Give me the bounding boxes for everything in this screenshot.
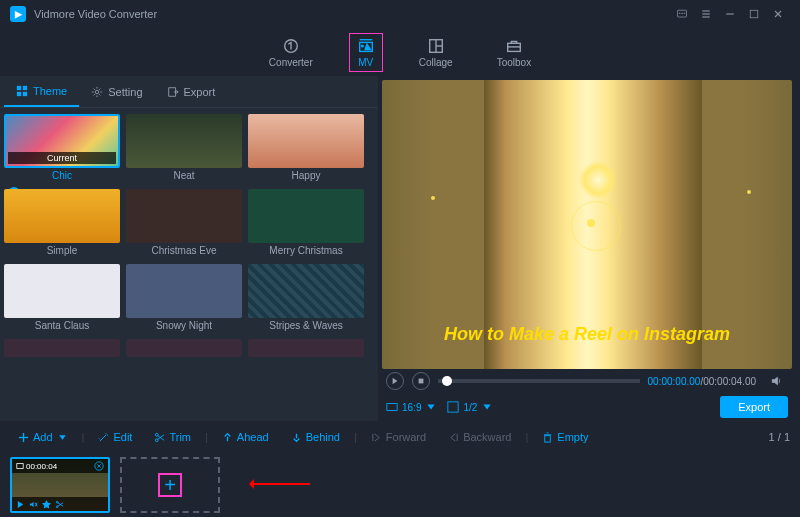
theme-label: Christmas Eve <box>126 243 242 260</box>
aspect-ratio-value: 16:9 <box>402 402 421 413</box>
trim-label: Trim <box>169 431 191 443</box>
nav-mv-label: MV <box>358 57 373 68</box>
theme-label: Stripes & Waves <box>248 318 364 335</box>
plus-icon <box>18 432 29 443</box>
scale-value: 1/2 <box>463 402 477 413</box>
theme-santa-claus[interactable]: Santa Claus <box>4 264 120 335</box>
svg-rect-26 <box>387 404 397 411</box>
ahead-label: Ahead <box>237 431 269 443</box>
timecode: 00:00:00.00/00:00:04.00 <box>648 376 756 387</box>
edit-button[interactable]: Edit <box>90 427 140 447</box>
theme-icon <box>16 85 28 97</box>
plus-icon: + <box>158 473 182 497</box>
tab-export[interactable]: Export <box>155 76 228 107</box>
theme-partial[interactable] <box>4 339 120 357</box>
theme-label: Chic <box>52 170 72 181</box>
empty-button[interactable]: Empty <box>534 427 596 447</box>
export-icon <box>167 86 179 98</box>
theme-christmas-eve[interactable]: Christmas Eve <box>126 189 242 260</box>
nav-mv[interactable]: MV <box>349 33 383 72</box>
minimize-icon[interactable] <box>718 2 742 26</box>
svg-point-2 <box>682 13 683 14</box>
svg-rect-27 <box>448 402 458 412</box>
tab-setting-label: Setting <box>108 86 142 98</box>
film-icon <box>16 462 24 470</box>
theme-label: Neat <box>126 168 242 185</box>
tab-theme-label: Theme <box>33 85 67 97</box>
annotation-arrow <box>250 483 310 485</box>
page-count: 1 / 1 <box>769 431 790 443</box>
tab-export-label: Export <box>184 86 216 98</box>
current-tag: Current <box>8 152 116 164</box>
progress-bar[interactable] <box>438 379 640 383</box>
svg-point-14 <box>361 45 363 47</box>
nav-converter-label: Converter <box>269 57 313 68</box>
close-icon[interactable] <box>766 2 790 26</box>
backward-icon <box>448 432 459 443</box>
tab-setting[interactable]: Setting <box>79 76 154 107</box>
forward-button[interactable]: Forward <box>363 427 434 447</box>
converter-icon <box>282 37 300 55</box>
play-icon[interactable] <box>16 500 25 509</box>
behind-label: Behind <box>306 431 340 443</box>
chevron-down-icon <box>57 432 68 443</box>
add-button[interactable]: Add <box>10 427 76 447</box>
tab-theme[interactable]: Theme <box>4 76 79 107</box>
menu-icon[interactable] <box>694 2 718 26</box>
behind-button[interactable]: Behind <box>283 427 348 447</box>
theme-merry-christmas[interactable]: Merry Christmas <box>248 189 364 260</box>
export-button[interactable]: Export <box>720 396 788 418</box>
aspect-icon <box>386 401 398 413</box>
mv-icon <box>357 37 375 55</box>
aspect-ratio-selector[interactable]: 16:9 <box>386 401 437 413</box>
maximize-icon[interactable] <box>742 2 766 26</box>
play-button[interactable] <box>386 372 404 390</box>
svg-rect-37 <box>17 464 23 469</box>
stop-button[interactable] <box>412 372 430 390</box>
theme-snowy-night[interactable]: Snowy Night <box>126 264 242 335</box>
theme-stripes-waves[interactable]: Stripes & Waves <box>248 264 364 335</box>
toolbox-icon <box>505 37 523 55</box>
theme-simple[interactable]: Simple <box>4 189 120 260</box>
wand-icon <box>98 432 109 443</box>
theme-happy[interactable]: Happy <box>248 114 364 185</box>
forward-label: Forward <box>386 431 426 443</box>
ahead-icon <box>222 432 233 443</box>
ahead-button[interactable]: Ahead <box>214 427 277 447</box>
star-icon[interactable] <box>42 500 51 509</box>
volume-icon[interactable] <box>764 369 788 393</box>
edit-label: Edit <box>113 431 132 443</box>
nav-toolbox[interactable]: Toolbox <box>489 33 539 72</box>
scissors-icon[interactable] <box>55 500 64 509</box>
add-clip-button[interactable]: + <box>120 457 220 513</box>
nav-collage-label: Collage <box>419 57 453 68</box>
preview-video: How to Make a Reel on Instagram <box>382 80 792 369</box>
chevron-down-icon <box>425 401 437 413</box>
nav-converter[interactable]: Converter <box>261 33 321 72</box>
svg-rect-23 <box>23 91 27 95</box>
theme-neat[interactable]: Neat <box>126 114 242 185</box>
collage-icon <box>427 37 445 55</box>
backward-label: Backward <box>463 431 511 443</box>
timeline-clip[interactable]: 00:00:04 <box>10 457 110 513</box>
nav-collage[interactable]: Collage <box>411 33 461 72</box>
svg-rect-25 <box>419 379 424 384</box>
clip-remove-icon[interactable] <box>94 461 104 471</box>
svg-rect-21 <box>23 85 27 89</box>
trim-button[interactable]: Trim <box>146 427 199 447</box>
scale-selector[interactable]: 1/2 <box>447 401 493 413</box>
trash-icon <box>542 432 553 443</box>
backward-button[interactable]: Backward <box>440 427 519 447</box>
theme-label: Simple <box>4 243 120 260</box>
theme-label: Happy <box>248 168 364 185</box>
feedback-icon[interactable] <box>670 2 694 26</box>
clip-duration: 00:00:04 <box>26 462 57 471</box>
svg-point-1 <box>679 13 680 14</box>
mute-icon[interactable] <box>29 500 38 509</box>
svg-rect-22 <box>17 91 21 95</box>
app-title: Vidmore Video Converter <box>34 8 157 20</box>
add-label: Add <box>33 431 53 443</box>
theme-chic[interactable]: Current ✓Chic <box>4 114 120 185</box>
forward-icon <box>371 432 382 443</box>
gear-icon <box>91 86 103 98</box>
